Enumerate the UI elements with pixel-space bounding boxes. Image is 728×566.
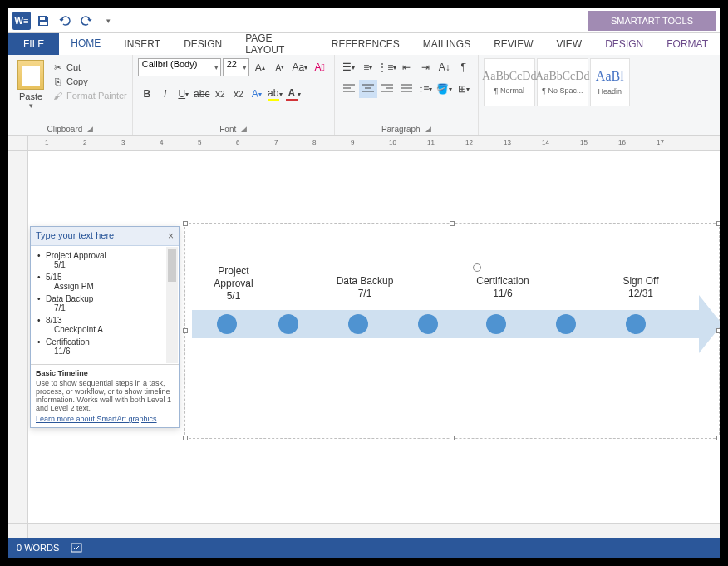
font-color-button[interactable]: A▾: [284, 85, 303, 103]
align-right-button[interactable]: [378, 80, 396, 98]
tab-view[interactable]: VIEW: [545, 33, 594, 55]
sort-button[interactable]: A↓: [435, 58, 454, 76]
text-pane-title: Type your text here: [36, 230, 114, 242]
font-dialog-launcher[interactable]: ◢: [241, 125, 247, 134]
tab-references[interactable]: REFERENCES: [320, 33, 411, 55]
text-pane-item[interactable]: 5/15Assign PM: [37, 273, 172, 291]
style-heading1[interactable]: AaBl Headin: [590, 58, 630, 106]
resize-handle[interactable]: [183, 436, 188, 440]
resize-handle[interactable]: [450, 221, 455, 226]
resize-handle[interactable]: [450, 436, 455, 440]
text-pane-learn-more-link[interactable]: Learn more about SmartArt graphics: [36, 415, 174, 423]
qat-customize-icon[interactable]: ▾: [98, 11, 118, 31]
cut-button[interactable]: ✂Cut: [52, 62, 127, 73]
tab-insert[interactable]: INSERT: [112, 33, 172, 55]
decrease-indent-button[interactable]: ⇤: [397, 58, 416, 76]
font-name-select[interactable]: Calibri (Body)▾: [138, 58, 221, 76]
line-spacing-button[interactable]: ↕≡▾: [416, 80, 435, 98]
tab-page-layout[interactable]: PAGE LAYOUT: [234, 33, 320, 55]
italic-button[interactable]: I: [156, 85, 175, 103]
text-pane-item[interactable]: 8/13Checkpoint A: [37, 316, 172, 334]
rotate-handle-icon[interactable]: [473, 263, 481, 272]
timeline-milestone-top[interactable]: Data Backup7/1: [323, 275, 406, 300]
tab-design[interactable]: DESIGN: [172, 33, 234, 55]
tab-mailings[interactable]: MAILINGS: [411, 33, 482, 55]
tab-smartart-design[interactable]: DESIGN: [593, 33, 655, 55]
style-normal[interactable]: AaBbCcDd ¶ Normal: [484, 58, 535, 106]
timeline-dot[interactable]: [348, 314, 368, 334]
resize-handle[interactable]: [716, 328, 720, 333]
horizontal-scrollbar[interactable]: [8, 523, 720, 538]
text-pane-footer-title: Basic Timeline: [36, 369, 174, 377]
document-surface[interactable]: Type your text here × Project Approval5/…: [28, 151, 720, 523]
borders-button[interactable]: ⊞▾: [455, 80, 473, 98]
copy-button[interactable]: ⎘Copy: [52, 76, 127, 87]
underline-button[interactable]: U▾: [175, 85, 193, 103]
context-tools-label: SMARTART TOOLS: [588, 11, 716, 31]
style-no-spacing[interactable]: AaBbCcDd ¶ No Spac...: [537, 58, 588, 106]
undo-button[interactable]: [55, 11, 75, 31]
timeline-dot[interactable]: [626, 314, 646, 334]
subscript-button[interactable]: x2: [211, 85, 229, 103]
resize-handle[interactable]: [716, 221, 720, 226]
show-marks-button[interactable]: ¶: [455, 58, 473, 76]
justify-button[interactable]: [397, 80, 416, 98]
vertical-ruler[interactable]: [8, 151, 28, 523]
group-clipboard: Paste ▾ ✂Cut ⎘Copy 🖌Format Painter Clipb…: [8, 55, 133, 135]
ribbon-tabs: FILE HOME INSERT DESIGN PAGE LAYOUT REFE…: [8, 33, 720, 55]
paste-button[interactable]: Paste: [19, 91, 42, 101]
word-app-icon[interactable]: W≡: [12, 11, 32, 31]
tab-file[interactable]: FILE: [8, 33, 59, 55]
timeline-dot[interactable]: [556, 314, 576, 334]
text-pane-item[interactable]: Certification11/6: [37, 337, 172, 356]
resize-handle[interactable]: [716, 436, 720, 440]
text-effects-button[interactable]: A▾: [248, 85, 266, 103]
ruler-tick: 17: [657, 139, 664, 146]
text-pane-close-icon[interactable]: ×: [168, 230, 174, 242]
font-size-select[interactable]: 22▾: [223, 58, 249, 76]
smartart-timeline[interactable]: ProjectApproval5/1Data Backup7/1Certific…: [184, 223, 720, 439]
format-painter-button[interactable]: 🖌Format Painter: [52, 90, 127, 101]
text-pane-item[interactable]: Data Backup7/1: [37, 294, 172, 313]
paste-icon[interactable]: [17, 60, 44, 90]
bullets-button[interactable]: ☰▾: [340, 58, 358, 76]
ruler-tick: 2: [83, 139, 86, 146]
paragraph-dialog-launcher[interactable]: ◢: [425, 125, 431, 134]
change-case-button[interactable]: Aa▾: [291, 58, 309, 76]
highlight-button[interactable]: ab▾: [266, 85, 284, 103]
word-count[interactable]: 0 WORDS: [17, 543, 59, 553]
grow-font-button[interactable]: A▴: [251, 58, 269, 76]
shading-button[interactable]: 🪣▾: [435, 80, 454, 98]
clear-formatting-button[interactable]: A⃠: [311, 58, 329, 76]
superscript-button[interactable]: x2: [229, 85, 248, 103]
increase-indent-button[interactable]: ⇥: [416, 58, 435, 76]
timeline-dot[interactable]: [278, 314, 298, 334]
text-pane-item[interactable]: Project Approval5/1: [37, 251, 172, 269]
style-heading-preview: AaBl: [596, 69, 624, 84]
style-nospac-preview: AaBbCcDd: [535, 70, 589, 83]
timeline-milestone-top[interactable]: ProjectApproval5/1: [192, 265, 275, 303]
bold-button[interactable]: B: [138, 85, 156, 103]
strikethrough-button[interactable]: abc: [193, 85, 211, 103]
timeline-dot[interactable]: [217, 314, 237, 334]
timeline-dot[interactable]: [418, 314, 438, 334]
clipboard-dialog-launcher[interactable]: ◢: [87, 125, 93, 134]
timeline-dot[interactable]: [486, 314, 506, 334]
align-center-button[interactable]: [359, 80, 377, 98]
shrink-font-button[interactable]: A▾: [271, 58, 289, 76]
redo-button[interactable]: [76, 11, 96, 31]
multilevel-button[interactable]: ⋮≡▾: [378, 58, 396, 76]
tab-home[interactable]: HOME: [59, 33, 112, 55]
tab-review[interactable]: REVIEW: [482, 33, 544, 55]
horizontal-ruler[interactable]: 1234567891011121314151617: [8, 136, 720, 151]
numbering-button[interactable]: ≡▾: [359, 58, 377, 76]
save-button[interactable]: [33, 11, 53, 31]
resize-handle[interactable]: [183, 328, 188, 333]
align-left-button[interactable]: [340, 80, 358, 98]
timeline-milestone-top[interactable]: Sign Off12/31: [599, 275, 682, 300]
spelling-status-icon[interactable]: [71, 542, 84, 554]
tab-smartart-format[interactable]: FORMAT: [655, 33, 720, 55]
resize-handle[interactable]: [183, 221, 188, 226]
timeline-milestone-top[interactable]: Certification11/6: [461, 275, 544, 300]
ruler-tick: 5: [198, 139, 201, 146]
